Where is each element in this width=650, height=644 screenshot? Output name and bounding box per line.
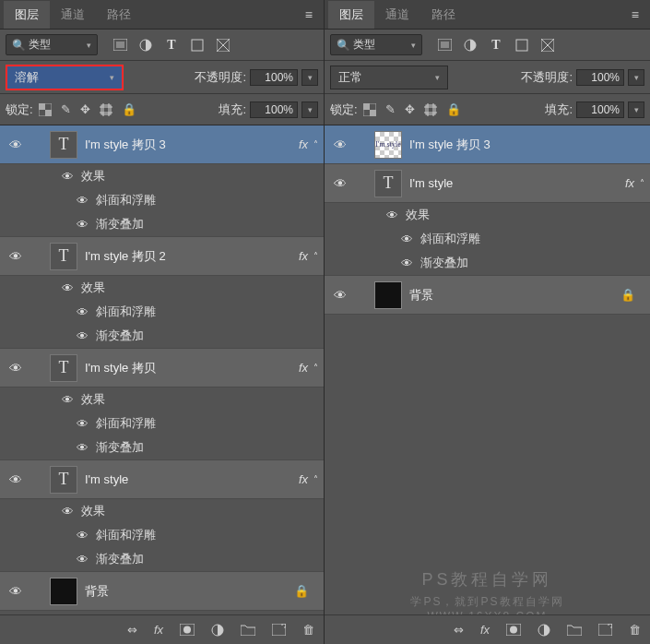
visibility-icon[interactable]: 👁: [398, 256, 415, 270]
fill-input[interactable]: 100%: [576, 101, 624, 118]
visibility-icon[interactable]: 👁: [330, 137, 350, 152]
lock-pixels-icon[interactable]: ✎: [385, 102, 396, 116]
visibility-icon[interactable]: 👁: [59, 281, 76, 295]
visibility-icon[interactable]: 👁: [6, 137, 26, 152]
effect-item[interactable]: 渐变叠加: [420, 255, 468, 271]
layer-thumbnail[interactable]: T: [50, 466, 77, 494]
layer-thumbnail[interactable]: [50, 578, 77, 605]
filter-smart-icon[interactable]: [216, 38, 230, 53]
visibility-icon[interactable]: 👁: [74, 441, 90, 455]
fx-indicator[interactable]: fx: [299, 472, 308, 486]
collapse-icon[interactable]: ˄: [640, 178, 644, 188]
add-mask-icon[interactable]: [180, 624, 195, 636]
tab-channels[interactable]: 通道: [50, 1, 96, 29]
add-adjust-icon[interactable]: [538, 624, 550, 637]
layer-row[interactable]: 👁 I'm style I'm style 拷贝 3: [325, 125, 650, 164]
fx-indicator[interactable]: fx: [625, 176, 634, 190]
opacity-stepper[interactable]: ▾: [301, 69, 318, 86]
visibility-icon[interactable]: 👁: [330, 176, 350, 191]
visibility-icon[interactable]: 👁: [59, 170, 76, 184]
effects-label[interactable]: 效果: [81, 280, 105, 296]
visibility-icon[interactable]: 👁: [74, 218, 90, 232]
fx-indicator[interactable]: fx: [299, 249, 308, 263]
layer-name[interactable]: I'm style 拷贝 3: [85, 137, 299, 153]
effect-item[interactable]: 斜面和浮雕: [96, 192, 156, 209]
visibility-icon[interactable]: 👁: [74, 417, 90, 431]
effect-item[interactable]: 斜面和浮雕: [420, 231, 480, 247]
link-icon[interactable]: ⇔: [454, 623, 464, 637]
effect-item[interactable]: 渐变叠加: [96, 216, 144, 233]
visibility-icon[interactable]: 👁: [6, 472, 26, 487]
layer-row[interactable]: 👁 T I'm style 拷贝 fx ˄: [0, 349, 324, 388]
layer-name[interactable]: I'm style 拷贝 3: [409, 137, 644, 153]
delete-icon[interactable]: 🗑: [629, 623, 641, 637]
effects-label[interactable]: 效果: [81, 391, 105, 408]
filter-adjust-icon[interactable]: [138, 38, 153, 53]
delete-icon[interactable]: 🗑: [302, 623, 314, 637]
add-layer-icon[interactable]: [598, 624, 612, 636]
visibility-icon[interactable]: 👁: [74, 194, 90, 208]
layer-name[interactable]: I'm style 拷贝: [85, 360, 299, 376]
lock-transparent-icon[interactable]: [363, 103, 376, 116]
collapse-icon[interactable]: ˄: [313, 251, 318, 261]
effect-item[interactable]: 斜面和浮雕: [96, 304, 156, 320]
effect-item[interactable]: 渐变叠加: [96, 439, 144, 456]
add-group-icon[interactable]: [567, 624, 582, 636]
blend-mode-dropdown[interactable]: 正常▾: [330, 66, 448, 89]
layer-name[interactable]: I'm style: [85, 472, 299, 486]
visibility-icon[interactable]: 👁: [74, 529, 90, 543]
visibility-icon[interactable]: 👁: [398, 233, 415, 246]
search-type-dropdown[interactable]: 🔍 类型▾: [6, 34, 98, 55]
effect-item[interactable]: 斜面和浮雕: [96, 527, 156, 543]
effects-label[interactable]: 效果: [81, 168, 105, 185]
collapse-icon[interactable]: ˄: [313, 363, 318, 373]
layer-row[interactable]: 👁 背景 🔒: [325, 276, 650, 315]
effects-label[interactable]: 效果: [406, 207, 430, 223]
blend-mode-dropdown[interactable]: 溶解▾: [6, 65, 124, 90]
effect-item[interactable]: 斜面和浮雕: [96, 415, 156, 432]
add-mask-icon[interactable]: [506, 624, 521, 636]
panel-menu-icon[interactable]: ≡: [624, 4, 646, 26]
tab-layers[interactable]: 图层: [4, 1, 50, 29]
layer-name[interactable]: 背景: [409, 287, 620, 304]
opacity-input[interactable]: 100%: [250, 69, 298, 86]
filter-pixel-icon[interactable]: [437, 38, 452, 53]
visibility-icon[interactable]: 👁: [6, 361, 26, 376]
lock-position-icon[interactable]: ✥: [405, 102, 415, 116]
effect-item[interactable]: 渐变叠加: [96, 551, 144, 567]
layer-thumbnail[interactable]: I'm style: [374, 131, 402, 159]
tab-paths[interactable]: 路径: [420, 1, 467, 29]
layer-row[interactable]: 👁 T I'm style fx ˄: [0, 460, 324, 499]
layer-name[interactable]: I'm style 拷贝 2: [85, 248, 299, 265]
visibility-icon[interactable]: 👁: [74, 305, 90, 319]
tab-channels[interactable]: 通道: [374, 1, 420, 29]
link-icon[interactable]: ⇔: [127, 623, 137, 637]
layer-thumbnail[interactable]: [374, 281, 402, 309]
visibility-icon[interactable]: 👁: [6, 584, 26, 599]
layer-thumbnail[interactable]: T: [374, 170, 402, 197]
visibility-icon[interactable]: 👁: [59, 393, 76, 407]
lock-pixels-icon[interactable]: ✎: [61, 102, 71, 116]
layer-row[interactable]: 👁 背景 🔒: [0, 572, 324, 611]
lock-artboard-icon[interactable]: [424, 103, 437, 116]
visibility-icon[interactable]: 👁: [59, 505, 76, 519]
lock-artboard-icon[interactable]: [100, 103, 112, 116]
collapse-icon[interactable]: ˄: [313, 139, 318, 149]
fill-input[interactable]: 100%: [250, 101, 298, 118]
visibility-icon[interactable]: 👁: [384, 209, 400, 222]
opacity-stepper[interactable]: ▾: [628, 69, 644, 86]
filter-smart-icon[interactable]: [540, 38, 555, 53]
add-layer-icon[interactable]: [272, 624, 286, 636]
layer-thumbnail[interactable]: T: [50, 131, 77, 159]
layer-thumbnail[interactable]: T: [50, 354, 77, 382]
lock-all-icon[interactable]: 🔒: [446, 102, 461, 116]
lock-position-icon[interactable]: ✥: [80, 102, 90, 116]
effect-item[interactable]: 渐变叠加: [96, 328, 144, 344]
panel-menu-icon[interactable]: ≡: [298, 4, 320, 26]
tab-layers[interactable]: 图层: [328, 1, 374, 29]
filter-type-icon[interactable]: T: [164, 38, 179, 53]
search-type-dropdown[interactable]: 🔍 类型▾: [330, 34, 422, 55]
fx-indicator[interactable]: fx: [299, 137, 308, 151]
layer-row[interactable]: 👁 T I'm style 拷贝 3 fx ˄: [0, 125, 324, 164]
filter-pixel-icon[interactable]: [112, 38, 127, 53]
